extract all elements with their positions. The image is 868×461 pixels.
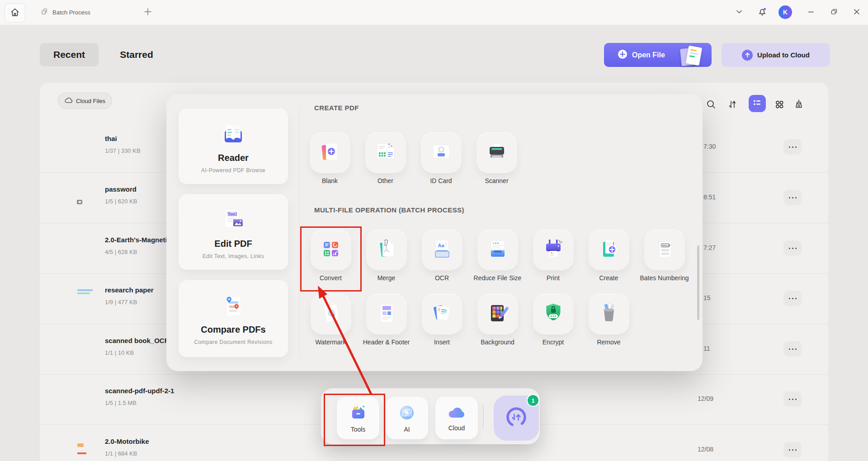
- file-more-button[interactable]: [783, 139, 802, 155]
- home-icon: [9, 7, 20, 19]
- popup-scrollbar[interactable]: [697, 245, 699, 320]
- tool-tile-ocr[interactable]: Aa OCR: [414, 230, 470, 282]
- bell-icon: [756, 6, 768, 19]
- tool-tile-merge[interactable]: Merge: [359, 230, 414, 282]
- tool-label: Reduce File Size: [474, 274, 522, 282]
- tab-recent[interactable]: Recent: [40, 43, 99, 66]
- tool-label: Bates Numbering: [640, 274, 689, 282]
- file-meta: 1/37 | 330 KB: [105, 147, 141, 154]
- tool-label: ID Card: [430, 177, 452, 184]
- tool-tile-header-footer[interactable]: Header & Footer: [359, 294, 414, 346]
- tool-label: Background: [481, 339, 514, 346]
- transfer-badge-count: 1: [531, 397, 534, 404]
- header-footer-icon: [375, 301, 398, 327]
- tab-starred[interactable]: Starred: [111, 43, 162, 66]
- file-more-button[interactable]: [783, 341, 802, 357]
- annotation-box-convert: [300, 226, 362, 292]
- sort-icon[interactable]: [727, 99, 738, 110]
- new-tab-button[interactable]: [141, 6, 155, 19]
- tool-tile-watermark[interactable]: Watermark: [303, 294, 359, 346]
- tab-title: Batch Process: [52, 9, 90, 16]
- upload-arrow-icon: [742, 50, 753, 61]
- svg-text:Aa: Aa: [438, 243, 444, 248]
- id-card-icon: [429, 140, 453, 165]
- tool-tile-reduce-file-size[interactable]: Reduce File Size: [470, 230, 525, 282]
- minimize-icon: [808, 9, 814, 17]
- tab-starred-label: Starred: [120, 49, 153, 60]
- open-file-label: Open File: [632, 51, 665, 59]
- file-more-button[interactable]: [783, 442, 802, 457]
- create-pdf-heading: CREATE PDF: [314, 104, 359, 112]
- file-more-button[interactable]: [783, 240, 802, 256]
- list-view-button[interactable]: [749, 95, 766, 112]
- file-date: 11: [703, 345, 710, 352]
- ocr-icon: Aa: [430, 237, 454, 263]
- list-view-icon: [752, 97, 763, 110]
- file-meta: 1/5 | 1.5 MB: [105, 400, 137, 406]
- tool-tile-create[interactable]: Create: [581, 230, 637, 282]
- grid-view-icon[interactable]: [774, 99, 785, 110]
- search-icon[interactable]: [706, 99, 717, 110]
- tool-label: Scanner: [485, 177, 508, 184]
- home-button[interactable]: [5, 3, 25, 23]
- tool-tile-insert[interactable]: Insert: [414, 294, 470, 346]
- cloud-icon: [65, 97, 73, 105]
- reader-title: Reader: [218, 153, 249, 163]
- close-button[interactable]: [846, 0, 867, 25]
- file-meta: 1/5 | 620 KB: [105, 198, 137, 205]
- file-more-button[interactable]: [783, 391, 802, 407]
- dock-item-label: AI: [404, 426, 410, 433]
- tool-label: OCR: [435, 274, 449, 282]
- tool-tile-encrypt[interactable]: Encrypt: [525, 294, 581, 346]
- popup-divider: [299, 105, 300, 359]
- dock-item-label: Cloud: [448, 424, 465, 432]
- dock-item-cloud[interactable]: Cloud: [435, 397, 478, 439]
- file-meta: 1/1 | 684 KB: [105, 450, 137, 457]
- upload-to-cloud-button[interactable]: Upload to Cloud: [722, 43, 830, 67]
- batch-process-tab-icon: [40, 7, 49, 18]
- file-name: scanned-pdf-updf-2-1: [105, 387, 174, 395]
- papers-illustration: [677, 46, 706, 66]
- edit-pdf-card[interactable]: Text Edit PDF Edit Text, Images, Links: [179, 194, 288, 270]
- tool-tile-bates-numbering[interactable]: 000123 Bates Numbering: [637, 230, 692, 282]
- annotation-box-tools: [324, 394, 385, 446]
- tool-tile-other[interactable]: Other: [358, 132, 413, 184]
- cloud-files-button[interactable]: Cloud Files: [58, 93, 112, 109]
- transfer-progress-icon: [504, 405, 529, 432]
- tab-batch-process[interactable]: Batch Process: [33, 0, 98, 25]
- tool-tile-blank[interactable]: Blank: [302, 132, 358, 184]
- tool-label: Create: [599, 274, 618, 282]
- file-more-button[interactable]: [783, 190, 802, 205]
- tool-tile-id-card[interactable]: ID Card: [413, 132, 469, 184]
- file-more-button[interactable]: [783, 291, 802, 306]
- avatar[interactable]: K: [778, 5, 792, 19]
- minimize-button[interactable]: [801, 0, 821, 25]
- edit-pdf-subtitle: Edit Text, Images, Links: [203, 253, 264, 259]
- restore-button[interactable]: [824, 0, 844, 25]
- collapse-menu-button[interactable]: [731, 6, 747, 19]
- notifications-button[interactable]: [754, 5, 770, 21]
- clean-up-icon[interactable]: [793, 99, 804, 109]
- tool-tile-background[interactable]: Background: [470, 294, 525, 346]
- background-icon: [486, 301, 509, 327]
- file-date: 7:27: [703, 244, 716, 251]
- file-meta: 4/5 | 628 KB: [105, 249, 137, 255]
- open-file-button[interactable]: Open File: [604, 43, 712, 67]
- tool-tile-print[interactable]: Print: [525, 230, 581, 282]
- plus-circle-icon: [618, 49, 627, 61]
- compare-pdfs-subtitle: Compare Document Revisions: [194, 339, 272, 345]
- plus-icon: [144, 8, 152, 18]
- tool-tile-scanner[interactable]: Scanner: [469, 132, 524, 184]
- compare-pdfs-card[interactable]: Compare PDFs Compare Document Revisions: [179, 280, 288, 357]
- reader-card[interactable]: Reader AI-Powered PDF Browse: [179, 108, 288, 184]
- tab-recent-label: Recent: [53, 49, 85, 60]
- dock-item-ai[interactable]: AI: [386, 397, 428, 439]
- close-icon: [854, 9, 860, 17]
- create-icon: [597, 237, 621, 263]
- tool-tile-remove[interactable]: Remove: [581, 294, 637, 346]
- file-date: 15: [703, 294, 711, 301]
- tool-label: Print: [547, 274, 560, 282]
- file-name: thai: [105, 135, 117, 142]
- avatar-initial: K: [783, 9, 788, 16]
- file-meta: 1/1 | 10 KB: [105, 349, 134, 356]
